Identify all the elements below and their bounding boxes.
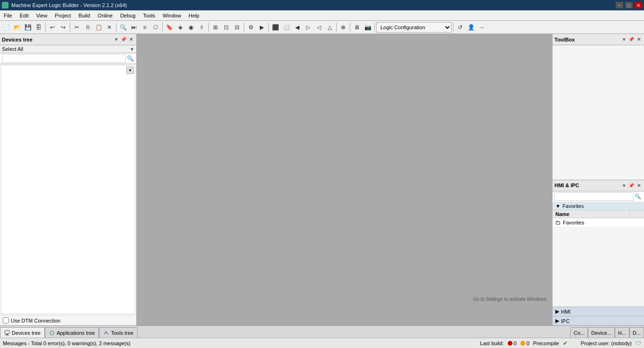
toolbar-btn21[interactable]: △ (324, 22, 335, 33)
hmi-search-button[interactable]: 🔍 (634, 192, 642, 201)
toolbar-btn19[interactable]: ▷ (303, 22, 313, 33)
toolbox-close-btn[interactable]: ✕ (636, 36, 642, 43)
hmi-panel: HMI & IPC ▾ 📌 ✕ 🔍 ▼ Favorites Na (553, 180, 644, 326)
col-extra-header (630, 210, 644, 218)
toolbar-redo-btn[interactable]: ↪ (58, 22, 68, 33)
toolbar-monitor-btn[interactable]: 🖥 (352, 22, 362, 33)
toolbox-header: ToolBox ▾ 📌 ✕ (553, 34, 644, 45)
hmi-pin-btn[interactable]: 📌 (628, 182, 635, 189)
toolbar-btn11[interactable]: ⊞ (210, 22, 221, 33)
toolbar-findnext-btn[interactable]: ⏭ (129, 22, 139, 33)
toolbar-undo-btn[interactable]: ↩ (47, 22, 58, 33)
select-all-arrow[interactable]: ▼ (130, 47, 134, 52)
toolbar-btn8[interactable]: ◈ (175, 22, 185, 33)
window-controls[interactable]: − □ ✕ (616, 2, 642, 8)
toolbar-btn16[interactable]: ⬛ (270, 22, 281, 33)
error-badge: 0 (508, 340, 517, 346)
devices-search-input[interactable] (2, 54, 126, 63)
close-panel-btn[interactable]: ✕ (128, 36, 134, 43)
menu-edit[interactable]: Edit (16, 10, 33, 20)
toolbar-bookmark-btn[interactable]: 🔖 (164, 22, 174, 33)
ipc-section[interactable]: ▶ IPC (553, 316, 644, 325)
favorites-collapse-icon: ▼ (555, 203, 561, 209)
toolbar-delete-btn[interactable]: ✕ (104, 22, 115, 33)
menu-online[interactable]: Online (94, 10, 116, 20)
menu-file[interactable]: File (0, 10, 16, 20)
toolbar-saveas-btn[interactable]: 🗄 (33, 22, 44, 33)
toolbar-btn14[interactable]: ⚙ (246, 22, 256, 33)
right-tab-h[interactable]: H... (615, 327, 629, 338)
menu-project[interactable]: Project (51, 10, 74, 20)
menu-tools[interactable]: Tools (139, 10, 159, 20)
menu-view[interactable]: View (33, 10, 51, 20)
sep7 (268, 23, 269, 32)
activation-message: Go to Settings to activate Windows. (473, 297, 547, 302)
toolbar-copy-btn[interactable]: ⎘ (83, 22, 93, 33)
right-tab-d[interactable]: D... (629, 327, 644, 338)
toolbar-find-btn[interactable]: 🔍 (118, 22, 128, 33)
toolbar-btn22[interactable]: ⊕ (338, 22, 348, 33)
toolbar-btn18[interactable]: ◀ (292, 22, 302, 33)
toolbar-btn10[interactable]: ◊ (197, 22, 207, 33)
toolbar-camera-btn[interactable]: 📷 (363, 22, 373, 33)
pin-btn[interactable]: 📌 (120, 36, 127, 43)
hmi-section[interactable]: ▶ HMI (553, 307, 644, 316)
toolbar-cut-btn[interactable]: ✂ (72, 22, 82, 33)
toolbar-btn15[interactable]: ▶ (256, 22, 267, 33)
left-panel: Devices tree ▾ 📌 ✕ Select All ▼ 🔍 ▼ Use … (0, 34, 137, 325)
svg-rect-2 (6, 334, 8, 335)
toolbar-refresh-btn[interactable]: ↺ (455, 22, 465, 33)
tree-scroll-down-btn[interactable]: ▼ (126, 66, 134, 74)
select-all-row[interactable]: Select All ▼ (0, 45, 136, 53)
security-shield-icon: 🛡 (636, 340, 641, 347)
toolbar-arrow-btn[interactable]: → (477, 22, 487, 33)
toolbar-open-btn[interactable]: 📂 (12, 22, 22, 33)
apps-icon (49, 330, 55, 336)
tab-applications-tree[interactable]: Applications tree (45, 327, 99, 338)
status-messages: Messages - Total 0 error(s), 0 warning(s… (3, 340, 476, 346)
tab-applications-label: Applications tree (57, 330, 95, 336)
toolbar: 📄 📂 💾 🗄 ↩ ↪ ✂ ⎘ 📋 ✕ 🔍 ⏭ ≡ ⎔ 🔖 ◈ ◉ ◊ ⊞ ⊡ … (0, 21, 644, 34)
toolbar-btn17[interactable]: ⬜ (281, 22, 291, 33)
sep10 (374, 23, 375, 32)
toolbar-save-btn[interactable]: 💾 (23, 22, 33, 33)
toolbar-btn9[interactable]: ◉ (186, 22, 196, 33)
messages-label: Messages - Total 0 error(s), 0 warning(s… (3, 340, 131, 346)
menu-help[interactable]: Help (185, 10, 203, 20)
toolbar-paste-btn[interactable]: 📋 (93, 22, 104, 33)
right-tab-device[interactable]: Device... (588, 327, 615, 338)
ipc-section-label: IPC (561, 318, 570, 324)
maximize-button[interactable]: □ (625, 2, 633, 8)
toolbar-btn20[interactable]: ◁ (314, 22, 324, 33)
svg-rect-1 (5, 331, 9, 334)
hmi-title: HMI & IPC (554, 182, 579, 188)
toolbox-pin-btn[interactable]: 📌 (628, 36, 635, 43)
dtm-checkbox[interactable] (3, 317, 9, 323)
toolbar-user-btn[interactable]: 👤 (466, 22, 476, 33)
toolbar-new-btn[interactable]: 📄 (1, 22, 11, 33)
tab-devices-tree[interactable]: Devices tree (0, 327, 45, 338)
pin-dropdown-btn[interactable]: ▾ (113, 36, 119, 43)
sep11 (453, 23, 454, 32)
favorites-item[interactable]: 🗀 Favorites (553, 218, 644, 227)
toolbox-dropdown-btn[interactable]: ▾ (620, 36, 627, 43)
hmi-search-row: 🔍 (553, 191, 644, 202)
right-tab-co[interactable]: Co... (570, 327, 588, 338)
toolbar-btn13[interactable]: ⊟ (232, 22, 242, 33)
hmi-close-btn[interactable]: ✕ (636, 182, 642, 189)
favorites-header[interactable]: ▼ Favorites (553, 202, 644, 210)
minimize-button[interactable]: − (616, 2, 623, 8)
tab-tools-tree[interactable]: Tools tree (99, 327, 138, 338)
config-dropdown[interactable]: Logic Configuration (376, 22, 452, 33)
precompile-label: Precompile (533, 340, 559, 346)
menu-build[interactable]: Build (75, 10, 94, 20)
toolbar-btn6[interactable]: ⎔ (150, 22, 161, 33)
menu-window[interactable]: Window (159, 10, 185, 20)
menu-debug[interactable]: Debug (116, 10, 139, 20)
toolbar-btn12[interactable]: ⊡ (221, 22, 231, 33)
close-button[interactable]: ✕ (635, 2, 642, 8)
hmi-search-input[interactable] (554, 192, 634, 201)
search-button[interactable]: 🔍 (126, 54, 134, 63)
toolbar-btn5[interactable]: ≡ (140, 22, 150, 33)
hmi-dropdown-btn[interactable]: ▾ (620, 182, 627, 189)
